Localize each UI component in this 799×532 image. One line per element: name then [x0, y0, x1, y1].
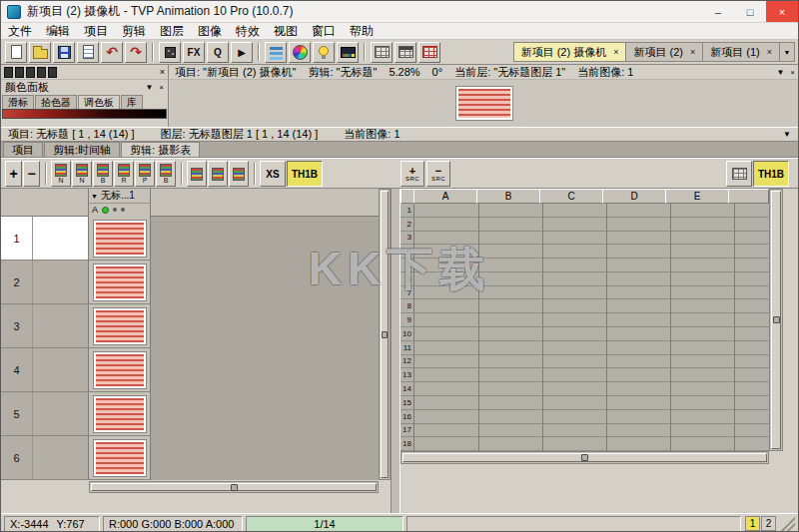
- close-button[interactable]: ×: [766, 1, 798, 22]
- remove-source-button[interactable]: − SRC: [426, 161, 450, 187]
- xsheet-grid-button[interactable]: [418, 42, 440, 63]
- tab-close-icon[interactable]: ×: [613, 47, 618, 57]
- undo-button[interactable]: ↶: [101, 42, 123, 63]
- frame-row[interactable]: 3: [1, 304, 391, 348]
- layer-option-dot[interactable]: [121, 208, 125, 212]
- sheet-grid-row[interactable]: [414, 272, 769, 286]
- airbrush-button[interactable]: [159, 42, 181, 63]
- page-button[interactable]: 1: [745, 516, 760, 531]
- grid-button[interactable]: [371, 42, 393, 63]
- menu-item[interactable]: 剪辑: [115, 23, 153, 40]
- open-button[interactable]: [29, 42, 51, 63]
- panel-close-icon[interactable]: ×: [159, 83, 164, 92]
- cell-tool-button[interactable]: [208, 161, 228, 187]
- layer-dropdown-icon[interactable]: ▼: [91, 193, 98, 200]
- sheet-grid-row[interactable]: [414, 368, 769, 382]
- sheet-column-header[interactable]: E: [665, 189, 729, 204]
- sheet-grid-row[interactable]: [414, 437, 769, 451]
- sheet-grid-row[interactable]: [414, 245, 769, 259]
- resize-grip[interactable]: [781, 516, 795, 531]
- sheet-grid-row[interactable]: [414, 286, 769, 300]
- scrollbar-thumb[interactable]: [402, 453, 767, 462]
- sheet-grid-row[interactable]: [414, 218, 769, 232]
- document-tab[interactable]: 新项目 (2) ×: [625, 42, 703, 62]
- sheet-grid[interactable]: [414, 204, 769, 451]
- frame-thumbnail-cell[interactable]: [89, 217, 151, 261]
- frame-row[interactable]: 2: [1, 261, 391, 304]
- tab-list-button[interactable]: ▼: [779, 42, 795, 62]
- sheet-grid-row[interactable]: [414, 204, 769, 218]
- menu-item[interactable]: 编辑: [39, 23, 77, 40]
- cell-tool-button[interactable]: B: [156, 161, 176, 187]
- frame-thumbnail-cell[interactable]: [89, 392, 151, 436]
- color-panel-tab[interactable]: 拾色器: [35, 95, 77, 109]
- frame-row-left[interactable]: 5: [1, 392, 89, 436]
- sheet-grid-row[interactable]: [414, 424, 769, 438]
- minimize-button[interactable]: –: [702, 1, 734, 22]
- table-button[interactable]: [395, 42, 416, 63]
- scrollbar-thumb[interactable]: [381, 191, 389, 478]
- frame-row[interactable]: 5: [1, 392, 391, 436]
- frame-row-left[interactable]: 1: [1, 217, 89, 261]
- thumbnail-mode-button[interactable]: TH1B: [287, 161, 323, 187]
- frame-thumbnail[interactable]: [94, 221, 146, 257]
- frame-thumbnail[interactable]: [94, 265, 146, 300]
- light-table-button[interactable]: [313, 42, 335, 63]
- remove-frame-button[interactable]: −: [23, 161, 40, 187]
- scrollbar-thumb[interactable]: [771, 191, 781, 449]
- frame-thumbnail-cell[interactable]: [89, 304, 151, 348]
- cell-tool-button[interactable]: R: [114, 161, 134, 187]
- frame-thumbnail[interactable]: [94, 440, 146, 476]
- cell-tool-button[interactable]: N: [51, 161, 71, 187]
- tab-close-icon[interactable]: ×: [767, 47, 772, 57]
- sheet-grid-row[interactable]: [414, 313, 769, 327]
- cell-tool-button[interactable]: B: [93, 161, 113, 187]
- sheet-column-header[interactable]: B: [476, 189, 540, 204]
- sheet-grid-row[interactable]: [414, 232, 769, 246]
- view-tab[interactable]: 项目: [3, 142, 43, 157]
- layer-column-header[interactable]: ▼ 无标...1 A: [89, 189, 151, 217]
- sheet-grid-row[interactable]: [414, 396, 769, 410]
- new-button[interactable]: [5, 42, 27, 63]
- layers-button[interactable]: [265, 42, 287, 63]
- zoom-button[interactable]: Q: [207, 42, 229, 63]
- maximize-button[interactable]: □: [734, 1, 766, 22]
- color-gradient-strip[interactable]: [2, 109, 167, 119]
- sheet-grid-row[interactable]: [414, 355, 769, 369]
- cell-tool-button[interactable]: N: [72, 161, 92, 187]
- info-close-icon[interactable]: ×: [790, 68, 795, 77]
- document-tab[interactable]: 新项目 (1) ×: [702, 42, 780, 62]
- color-panel-tab[interactable]: 库: [121, 95, 143, 109]
- menu-item[interactable]: 帮助: [343, 23, 381, 40]
- panel-close-icon[interactable]: ×: [160, 68, 165, 77]
- frame-thumbnail[interactable]: [94, 308, 146, 344]
- frame-thumbnail-cell[interactable]: [89, 348, 151, 392]
- display-button[interactable]: [337, 42, 359, 63]
- sheet-grid-row[interactable]: [414, 382, 769, 396]
- sheet-column-header[interactable]: A: [413, 189, 477, 204]
- sheet-grid-row[interactable]: [414, 299, 769, 313]
- cell-tool-button[interactable]: [187, 161, 207, 187]
- cell-tool-button[interactable]: P: [135, 161, 155, 187]
- cell-tool-button[interactable]: [229, 161, 249, 187]
- sheet-grid-row[interactable]: [414, 410, 769, 424]
- panel-splitter[interactable]: [391, 189, 400, 513]
- frame-row[interactable]: 4: [1, 348, 391, 392]
- panel-tool-icon[interactable]: [15, 67, 24, 78]
- frame-row-left[interactable]: 2: [1, 261, 89, 304]
- save-button[interactable]: [53, 42, 75, 63]
- frame-row[interactable]: 1: [1, 217, 391, 261]
- xs-mode-button[interactable]: XS: [260, 161, 286, 187]
- redo-button[interactable]: ↷: [125, 42, 147, 63]
- scrollbar-thumb[interactable]: [91, 483, 377, 491]
- frame-thumbnail[interactable]: [94, 352, 146, 388]
- menu-item[interactable]: 视图: [267, 23, 305, 40]
- frame-progress[interactable]: 1/14: [246, 516, 403, 532]
- view-tab[interactable]: 剪辑:时间轴: [44, 142, 120, 157]
- frame-row[interactable]: 6: [1, 436, 391, 480]
- menu-item[interactable]: 文件: [1, 23, 39, 40]
- frame-row-left[interactable]: 3: [1, 304, 89, 348]
- layer-option-dot[interactable]: [113, 208, 117, 212]
- frame-thumbnail-cell[interactable]: [89, 436, 151, 480]
- frame-row-left[interactable]: 4: [1, 348, 89, 392]
